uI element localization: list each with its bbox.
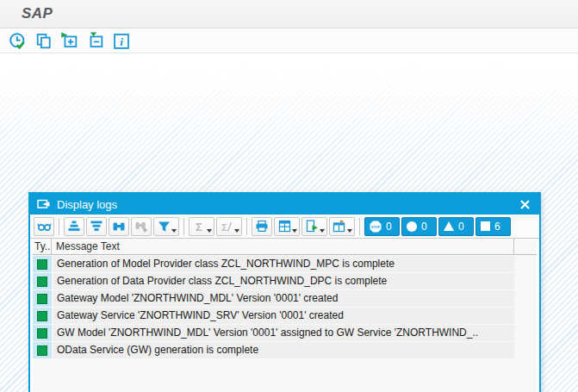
column-header-message-text[interactable]: Message Text [52,239,514,254]
dropdown-caret-icon [234,229,239,233]
subtotal-button[interactable]: Σ [216,217,242,236]
message-cell[interactable]: Generation of Model Provider class ZCL_N… [53,256,514,272]
success-square-icon [37,259,47,270]
error-count-button[interactable]: STOP 0 [364,217,400,236]
success-square-icon [37,277,47,287]
success-square-icon [37,328,47,339]
print-button[interactable] [252,217,272,236]
table-row: OData Service (GW) generation is complet… [33,342,537,358]
find-button[interactable] [109,217,129,236]
toolbar-separator [246,218,247,235]
table-row: Generation of Data Provider class ZCL_NO… [33,273,537,289]
top-header: SAP [0,0,578,28]
session-background: Display logs [0,54,578,392]
dialog-title: Display logs [57,198,117,211]
filter-funnel-icon [158,221,171,233]
alv-toolbar: Σ Σ [30,215,539,239]
sort-descending-icon [90,220,103,233]
info-count-button[interactable]: 6 [475,217,511,236]
square-icon [481,221,490,231]
display-logs-dialog: Display logs [28,192,541,392]
eyeglasses-icon [37,221,52,233]
column-header-type[interactable]: Ty... [33,239,52,254]
table-row: Gateway Service 'ZNORTHWIND_SRV' Version… [33,308,537,324]
table-row: Generation of Model Provider class ZCL_N… [33,256,537,272]
message-cell[interactable]: Generation of Data Provider class ZCL_NO… [53,273,514,289]
toolbar-separator [183,218,184,235]
find-next-button[interactable] [131,217,152,236]
svg-text:STOP: STOP [371,225,381,228]
dropdown-caret-icon [347,229,352,233]
dropdown-caret-icon [320,229,325,233]
close-icon[interactable] [517,196,532,212]
export-button[interactable] [301,217,327,236]
binoculars-icon [112,220,126,233]
dialog-title-bar: Display logs [30,194,539,215]
clock-check-icon [9,32,28,51]
new-session-icon [60,32,79,51]
info-count: 6 [494,221,500,233]
status-cell[interactable] [33,256,52,272]
details-button[interactable] [34,217,54,236]
svg-text:Σ: Σ [221,223,227,233]
table-row: GW Model 'ZNORTHWIND_MDL' Version '0001'… [33,325,537,341]
abort-count-button[interactable]: 0 [401,217,437,236]
status-cell[interactable] [33,290,52,307]
choose-layout-button[interactable] [329,217,355,236]
set-filter-button[interactable] [153,217,179,236]
error-count: 0 [386,221,392,233]
subtotal-icon: Σ [221,221,233,233]
copy-session-button[interactable] [34,32,53,51]
binoculars-plus-icon [134,220,148,233]
svg-text:i: i [120,34,123,47]
stop-sign-icon: STOP [370,221,382,233]
top-toolbar: i [0,29,578,53]
log-table-header: Ty... Message Text [33,239,537,255]
copy-session-icon [34,32,53,51]
success-square-icon [37,345,47,356]
dropdown-caret-icon [171,229,177,233]
clock-check-button[interactable] [9,32,28,51]
end-session-icon [86,32,105,51]
message-cell[interactable]: OData Service (GW) generation is complet… [53,342,514,358]
sum-icon: Σ [193,221,205,233]
abort-count: 0 [421,221,427,233]
toolbar-separator [59,218,59,235]
sap-logo: SAP [22,5,53,22]
table-row: Gateway Model 'ZNORTHWIND_MDL' Version '… [33,290,537,307]
status-cell[interactable] [33,325,52,341]
views-button[interactable] [274,217,300,236]
dropdown-caret-icon [207,229,212,233]
sort-descending-button[interactable] [86,217,107,236]
log-table: Ty... Message Text Generation of Model P… [33,239,537,392]
choose-layout-icon [333,220,346,233]
warning-count: 0 [458,221,464,233]
status-cell[interactable] [33,342,52,358]
message-cell[interactable]: GW Model 'ZNORTHWIND_MDL' Version '0001'… [53,325,514,341]
success-square-icon [37,311,47,321]
export-icon [305,220,319,233]
dropdown-caret-icon [292,229,297,233]
dialog-log-icon [37,198,51,210]
info-icon: i [112,32,131,51]
info-button[interactable]: i [112,32,131,51]
sort-ascending-icon [67,220,81,233]
new-session-button[interactable] [60,32,79,51]
status-cell[interactable] [33,273,52,289]
message-cell[interactable]: Gateway Model 'ZNORTHWIND_MDL' Version '… [53,290,514,307]
svg-text:Σ: Σ [196,221,202,233]
message-cell[interactable]: Gateway Service 'ZNORTHWIND_SRV' Version… [53,308,514,324]
sort-ascending-button[interactable] [64,217,84,236]
end-session-button[interactable] [86,32,105,51]
printer-icon [255,220,269,233]
status-cell[interactable] [33,308,52,324]
warning-count-button[interactable]: 0 [438,217,474,236]
circle-icon [407,221,417,232]
sap-gui-window: SAP [0,0,578,392]
triangle-icon [444,221,454,231]
total-button[interactable]: Σ [189,217,214,236]
success-square-icon [37,294,47,304]
toolbar-separator [359,218,360,235]
views-grid-icon [278,220,291,233]
